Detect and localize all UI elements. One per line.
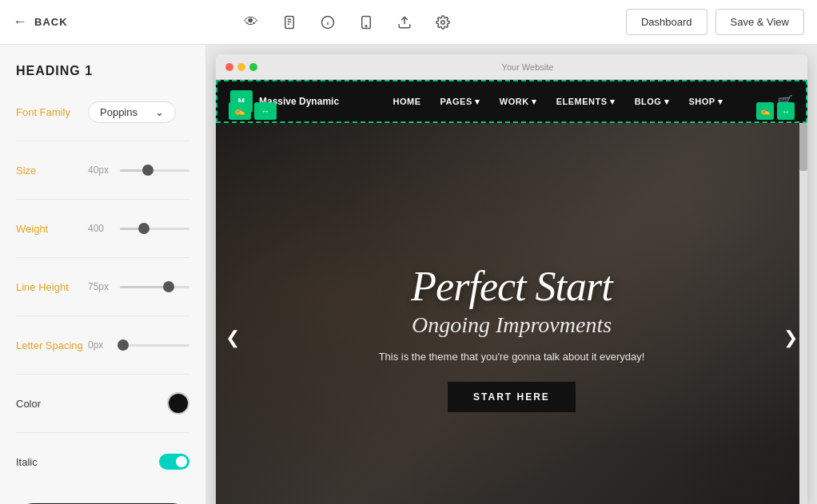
drag-btn-resize[interactable]: ↔ bbox=[254, 102, 277, 120]
preview-area: Your Website M Massive Dynamic HOME PAGE… bbox=[206, 45, 817, 504]
letter-spacing-label: Letter Spacing bbox=[16, 339, 88, 351]
browser-frame: Your Website M Massive Dynamic HOME PAGE… bbox=[216, 54, 807, 504]
font-family-select[interactable]: Poppins ⌄ bbox=[88, 101, 176, 123]
top-bar-right: Dashboard Save & View bbox=[626, 9, 804, 35]
hero-content: Perfect Start Ongoing Improvments This i… bbox=[379, 264, 645, 412]
letter-spacing-row: Letter Spacing 0px bbox=[16, 331, 189, 359]
size-value: 40px bbox=[88, 165, 114, 176]
color-swatch[interactable] bbox=[167, 392, 189, 415]
dashboard-button[interactable]: Dashboard bbox=[626, 9, 707, 35]
nav-elements[interactable]: ELEMENTS ▾ bbox=[548, 92, 624, 112]
nav-blog[interactable]: BLOG ▾ bbox=[627, 92, 678, 112]
site-nav-links: HOME PAGES ▾ WORK ▾ ELEMENTS ▾ BLOG ▾ SH… bbox=[339, 92, 777, 112]
browser-content: M Massive Dynamic HOME PAGES ▾ WORK ▾ EL… bbox=[216, 80, 807, 504]
back-label: BACK bbox=[34, 16, 68, 28]
browser-chrome: Your Website bbox=[216, 54, 807, 80]
export-icon-button[interactable] bbox=[390, 8, 419, 37]
divider-4 bbox=[16, 315, 189, 316]
nav-work[interactable]: WORK ▾ bbox=[492, 92, 545, 112]
line-height-slider-group: 75px bbox=[88, 281, 189, 292]
dot-yellow bbox=[237, 63, 245, 71]
color-row: Color bbox=[16, 389, 189, 418]
hero-next-arrow[interactable]: ❯ bbox=[783, 327, 798, 348]
svg-point-10 bbox=[440, 20, 444, 24]
weight-row: Weight 400 bbox=[16, 214, 189, 243]
drag-handles-left: ✍ ↔ bbox=[229, 102, 277, 120]
scrollbar[interactable] bbox=[799, 123, 807, 504]
file-icon-button[interactable] bbox=[275, 8, 304, 37]
font-family-row: Font Family Poppins ⌄ bbox=[16, 97, 189, 126]
divider-3 bbox=[16, 257, 189, 258]
nav-home[interactable]: HOME bbox=[385, 92, 429, 111]
sidebar-title: HEADING 1 bbox=[16, 64, 189, 78]
italic-row: Italic bbox=[16, 447, 189, 476]
eye-icon-button[interactable]: 👁 bbox=[237, 8, 265, 37]
nav-shop[interactable]: SHOP ▾ bbox=[680, 92, 731, 112]
scrollbar-thumb bbox=[799, 123, 807, 171]
weight-label: Weight bbox=[16, 223, 88, 235]
color-label: Color bbox=[16, 398, 88, 410]
drag-btn-resize-right[interactable]: ↔ bbox=[777, 102, 795, 120]
hero-description: This is the theme that you're gonna talk… bbox=[379, 351, 645, 363]
drag-handles-right: ✍ ↔ bbox=[756, 102, 795, 120]
hero-prev-arrow[interactable]: ❮ bbox=[225, 327, 240, 348]
font-family-value: Poppins bbox=[100, 106, 137, 118]
divider-2 bbox=[16, 199, 189, 200]
font-family-label: Font Family bbox=[16, 106, 88, 118]
size-row: Size 40px bbox=[16, 156, 189, 185]
divider-5 bbox=[16, 374, 189, 375]
weight-value: 400 bbox=[88, 223, 114, 234]
top-bar: ← BACK 👁 Dashboard Save & View bbox=[0, 0, 817, 45]
drag-btn-hand[interactable]: ✍ bbox=[229, 102, 251, 120]
size-slider[interactable] bbox=[120, 169, 189, 172]
drag-btn-hand-right[interactable]: ✍ bbox=[756, 102, 774, 120]
save-view-button[interactable]: Save & View bbox=[715, 9, 804, 35]
sidebar: HEADING 1 Font Family Poppins ⌄ Size 40p… bbox=[0, 45, 206, 504]
hero-cta-button[interactable]: START HERE bbox=[448, 382, 576, 412]
info-icon-button[interactable] bbox=[313, 8, 342, 37]
divider-6 bbox=[16, 432, 189, 433]
svg-point-8 bbox=[365, 25, 367, 26]
size-label: Size bbox=[16, 165, 88, 177]
top-bar-center: 👁 bbox=[237, 8, 457, 37]
site-hero: ❮ Perfect Start Ongoing Improvments This… bbox=[216, 123, 807, 504]
browser-url: Your Website bbox=[257, 62, 798, 72]
italic-label: Italic bbox=[16, 456, 88, 468]
line-height-slider[interactable] bbox=[120, 286, 189, 288]
dot-red bbox=[225, 63, 233, 71]
line-height-label: Line Height bbox=[16, 281, 88, 293]
hero-subtitle: Ongoing Improvments bbox=[379, 312, 645, 338]
hero-title: Perfect Start bbox=[379, 264, 645, 309]
browser-dots bbox=[225, 63, 257, 71]
line-height-value: 75px bbox=[88, 281, 114, 292]
tablet-icon-button[interactable] bbox=[352, 8, 381, 37]
italic-toggle[interactable] bbox=[159, 454, 189, 470]
nav-pages[interactable]: PAGES ▾ bbox=[432, 92, 488, 112]
site-nav: M Massive Dynamic HOME PAGES ▾ WORK ▾ EL… bbox=[216, 80, 807, 123]
weight-slider-group: 400 bbox=[88, 223, 189, 234]
divider-1 bbox=[16, 141, 189, 141]
letter-spacing-slider-group: 0px bbox=[88, 339, 189, 351]
weight-slider[interactable] bbox=[120, 228, 189, 230]
dot-green bbox=[249, 63, 257, 71]
letter-spacing-value: 0px bbox=[88, 339, 114, 351]
main-layout: HEADING 1 Font Family Poppins ⌄ Size 40p… bbox=[0, 45, 817, 504]
line-height-row: Line Height 75px bbox=[16, 272, 189, 301]
back-button[interactable]: ← BACK bbox=[13, 14, 68, 30]
settings-icon-button[interactable] bbox=[428, 8, 457, 37]
size-slider-group: 40px bbox=[88, 165, 189, 176]
chevron-down-icon: ⌄ bbox=[155, 106, 164, 118]
letter-spacing-slider[interactable] bbox=[120, 344, 189, 347]
back-arrow-icon: ← bbox=[13, 14, 28, 30]
